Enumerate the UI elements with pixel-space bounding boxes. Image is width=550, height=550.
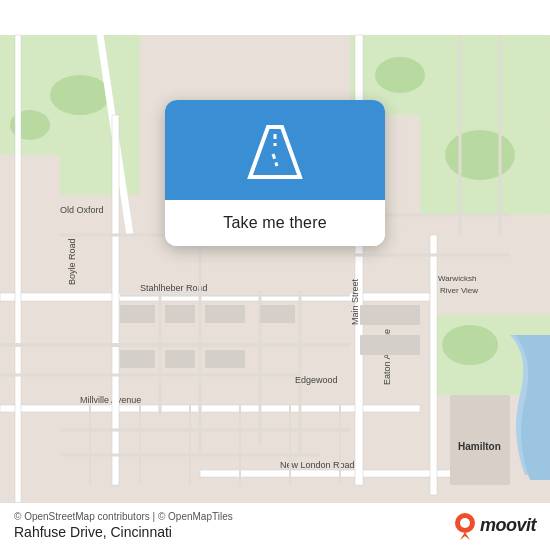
location-label: Rahfuse Drive, Cincinnati — [14, 524, 233, 540]
svg-text:Warwicksh: Warwicksh — [438, 274, 476, 283]
svg-text:Millville Avenue: Millville Avenue — [80, 395, 141, 405]
svg-rect-47 — [450, 395, 510, 485]
svg-text:Stahlheber Road: Stahlheber Road — [140, 283, 208, 293]
svg-rect-56 — [120, 350, 155, 368]
map-background: Stahlheber Road Millville Avenue New Lon… — [0, 0, 550, 550]
svg-rect-59 — [360, 305, 420, 325]
take-me-there-button[interactable]: Take me there — [165, 200, 385, 246]
bottom-info: © OpenStreetMap contributors | © OpenMap… — [14, 511, 233, 540]
road-icon — [240, 122, 310, 182]
svg-text:Edgewood: Edgewood — [295, 375, 338, 385]
svg-rect-54 — [205, 305, 245, 323]
svg-point-64 — [460, 518, 470, 528]
svg-point-8 — [445, 130, 515, 180]
action-card: Take me there — [165, 100, 385, 246]
svg-rect-60 — [360, 335, 420, 355]
svg-line-62 — [273, 154, 277, 166]
svg-point-10 — [442, 325, 498, 365]
map-container: Stahlheber Road Millville Avenue New Lon… — [0, 0, 550, 550]
svg-rect-57 — [165, 350, 195, 368]
svg-rect-24 — [15, 35, 21, 515]
svg-point-7 — [375, 57, 425, 93]
moovit-text: moovit — [480, 515, 536, 536]
svg-text:River View: River View — [440, 286, 478, 295]
svg-point-5 — [50, 75, 110, 115]
svg-text:New London Road: New London Road — [280, 460, 355, 470]
svg-text:Hamilton: Hamilton — [458, 441, 501, 452]
svg-text:Old Oxford: Old Oxford — [60, 205, 104, 215]
svg-rect-22 — [430, 235, 437, 495]
moovit-pin-icon — [454, 512, 476, 540]
card-icon-area — [165, 100, 385, 200]
svg-text:Main Street: Main Street — [350, 278, 360, 325]
moovit-logo: moovit — [454, 512, 536, 540]
svg-rect-53 — [165, 305, 195, 323]
svg-rect-58 — [205, 350, 245, 368]
svg-rect-2 — [60, 135, 140, 195]
attribution-text: © OpenStreetMap contributors | © OpenMap… — [14, 511, 233, 522]
svg-text:Boyle Road: Boyle Road — [67, 238, 77, 285]
svg-rect-52 — [120, 305, 155, 323]
bottom-bar: © OpenStreetMap contributors | © OpenMap… — [0, 502, 550, 550]
svg-rect-55 — [260, 305, 295, 323]
